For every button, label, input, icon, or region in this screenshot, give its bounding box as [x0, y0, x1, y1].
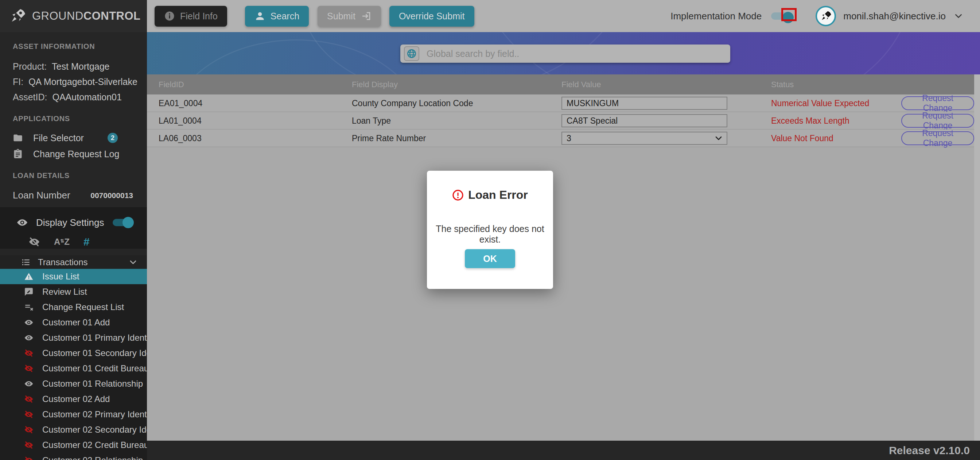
display-settings-panel: Display Settings A⇅Z #	[0, 207, 147, 249]
eye-icon	[24, 379, 33, 388]
info-icon	[164, 11, 175, 22]
exit-to-app-icon	[361, 11, 372, 22]
app-window: GROUNDCONTROL ASSET INFORMATION Product:…	[0, 0, 980, 460]
folder-icon	[13, 133, 23, 143]
sort-numeric-hash-icon[interactable]: #	[83, 236, 90, 248]
footer: Release v2.10.0	[147, 441, 980, 460]
search-button[interactable]: Search	[245, 6, 309, 27]
sidebar-item-customer-02-secondary-identification[interactable]: Customer 02 Secondary Identi...	[0, 422, 147, 438]
column-header-field-value: Field Value	[562, 74, 601, 94]
submit-button[interactable]: Submit	[318, 6, 381, 27]
sidebar-item-change-request-log[interactable]: Change Request Log	[0, 146, 147, 162]
field-value-input[interactable]	[562, 114, 727, 127]
sidebar-item-change-request-list[interactable]: Change Request List	[0, 299, 147, 315]
main-content: Field Info Search Submit Override Submit…	[147, 0, 980, 460]
fieldid-cell: LA06_0003	[159, 129, 202, 147]
release-version: Release v2.10.0	[889, 444, 970, 457]
eye-off-icon	[24, 456, 33, 460]
product-label: Product:	[13, 61, 47, 72]
eye-icon	[24, 333, 33, 343]
column-header-field-display: Field Display	[352, 74, 398, 94]
implementation-mode-label: Implementation Mode	[670, 11, 762, 22]
groundcontrol-rocket-logo-icon	[8, 6, 27, 26]
request-change-button[interactable]: Request Change	[901, 96, 974, 110]
rocket-avatar-icon	[819, 10, 832, 22]
asset-id-value: QAAutomation01	[52, 92, 121, 102]
fi-value: QA Mortgagebot-Silverlake	[29, 77, 137, 87]
field-value-input[interactable]	[562, 97, 727, 110]
field-value-select[interactable]: 3	[562, 132, 727, 145]
fieldid-cell: LA01_0004	[159, 112, 202, 129]
eye-off-icon	[24, 425, 33, 434]
user-avatar[interactable]	[816, 6, 836, 26]
banner	[147, 32, 980, 74]
override-submit-button[interactable]: Override Submit	[390, 6, 474, 27]
eye-off-icon	[24, 348, 33, 358]
warning-icon	[24, 272, 33, 281]
sidebar-item-customer-01-relationship[interactable]: Customer 01 Relationship	[0, 376, 147, 391]
clipboard-icon	[13, 149, 23, 159]
status-text: Value Not Found	[771, 129, 834, 147]
transactions-section-header[interactable]: Transactions	[0, 256, 147, 269]
chevron-down-icon[interactable]	[129, 258, 137, 267]
loan-details-heading: LOAN DETAILS	[13, 171, 70, 180]
fi-row: FI:QA Mortgagebot-Silverlake	[13, 77, 137, 87]
select-chevron-down-icon	[714, 134, 723, 143]
sidebar-item-customer-02-relationship[interactable]: Customer 02 Relationship	[0, 453, 147, 460]
sidebar-item-customer-01-primary-identification[interactable]: Customer 01 Primary Identifi...	[0, 330, 147, 345]
sidebar-item-review-list[interactable]: Review List	[0, 284, 147, 299]
dialog-message: The specified key does not exist.	[427, 224, 553, 245]
logo-control: CONTROL	[83, 10, 141, 22]
table-row: LA06_0003 Prime Rate Number 3 Value Not …	[147, 129, 974, 147]
transactions-list: Issue List Review List Change Request Li…	[0, 269, 147, 460]
column-header-fieldid: FieldID	[159, 74, 184, 94]
fi-label: FI:	[13, 77, 23, 87]
file-selector-badge: 2	[108, 133, 118, 143]
global-search-input[interactable]	[426, 48, 727, 59]
sidebar-item-customer-02-add[interactable]: Customer 02 Add	[0, 391, 147, 407]
eye-icon	[24, 318, 33, 327]
sidebar: GROUNDCONTROL ASSET INFORMATION Product:…	[0, 0, 147, 460]
asset-id-label: AssetID:	[13, 92, 47, 102]
user-menu-chevron-down-icon[interactable]	[954, 11, 963, 21]
top-toolbar: Field Info Search Submit Override Submit…	[147, 0, 980, 32]
status-text: Exceeds Max Length	[771, 112, 850, 129]
selected-value: 3	[566, 134, 571, 143]
sidebar-item-file-selector[interactable]: File Selector 2	[0, 130, 147, 146]
hide-hidden-fields-eye-off-icon[interactable]	[29, 236, 40, 248]
scrollbar-gutter[interactable]	[974, 74, 980, 441]
error-outline-icon	[452, 189, 464, 201]
column-header-status: Status	[771, 74, 794, 94]
request-change-button[interactable]: Request Change	[901, 114, 974, 128]
request-change-button[interactable]: Request Change	[901, 131, 974, 145]
sidebar-item-customer-01-add[interactable]: Customer 01 Add	[0, 315, 147, 330]
sidebar-item-customer-01-credit-bureau[interactable]: Customer 01 Credit Bureau De...	[0, 361, 147, 376]
status-text: Numerical Value Expected	[771, 94, 869, 112]
loan-number-label: Loan Number	[13, 190, 70, 201]
transactions-label: Transactions	[38, 257, 88, 267]
change-request-log-label: Change Request Log	[33, 149, 119, 160]
logo-ground: GROUND	[32, 10, 83, 22]
field-info-button[interactable]: Field Info	[154, 6, 227, 27]
eye-icon	[16, 217, 28, 228]
sidebar-item-customer-02-credit-bureau[interactable]: Customer 02 Credit Bureau De...	[0, 438, 147, 453]
global-search-bar	[400, 45, 730, 63]
sidebar-item-customer-01-secondary-identification[interactable]: Customer 01 Secondary Identi...	[0, 345, 147, 361]
person-icon	[255, 11, 266, 22]
field-display-cell: County Company Location Code	[352, 94, 473, 112]
ok-button[interactable]: OK	[465, 249, 515, 268]
sort-alpha-icon[interactable]: A⇅Z	[54, 237, 70, 247]
implementation-mode-toggle[interactable]	[771, 13, 791, 20]
loan-number-value: 0070000013	[91, 191, 133, 200]
table-row: LA01_0004 Loan Type Exceeds Max Length R…	[147, 112, 974, 129]
display-settings-toggle[interactable]	[113, 219, 132, 226]
playlist-remove-icon	[24, 302, 33, 312]
click-indicator	[781, 8, 797, 21]
globe-icon	[404, 46, 419, 61]
display-settings-label: Display Settings	[36, 217, 104, 228]
sidebar-item-customer-02-primary-identification[interactable]: Customer 02 Primary Identifi...	[0, 407, 147, 422]
sidebar-item-issue-list[interactable]: Issue List	[0, 269, 147, 284]
product-row: Product:Test Mortgage	[13, 61, 110, 72]
asset-id-row: AssetID:QAAutomation01	[13, 92, 122, 102]
list-icon	[21, 257, 30, 267]
